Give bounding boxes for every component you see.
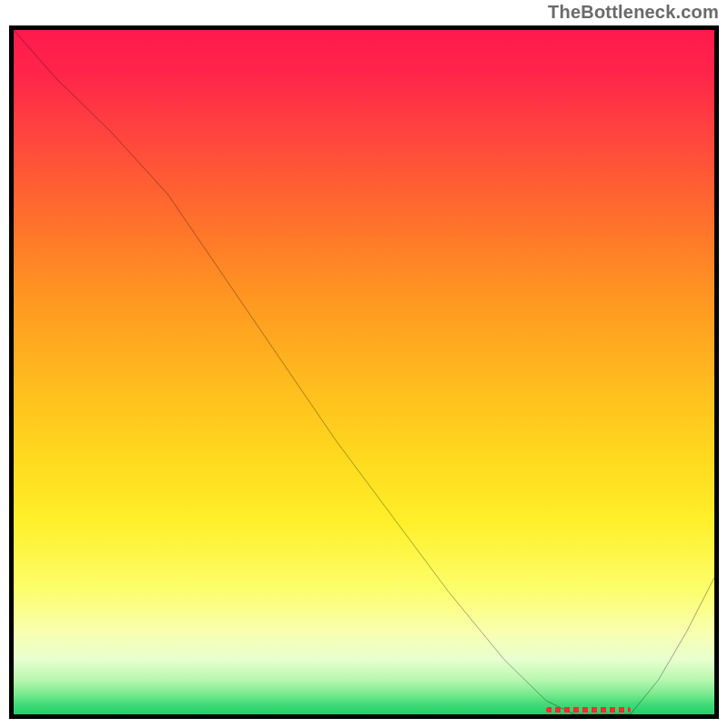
watermark-label: TheBottleneck.com <box>548 2 719 23</box>
bottleneck-curve <box>14 30 714 714</box>
optimum-marker <box>546 707 630 713</box>
chart-container: TheBottleneck.com <box>0 0 728 728</box>
plot-frame <box>9 25 719 719</box>
curve-path <box>14 30 714 714</box>
